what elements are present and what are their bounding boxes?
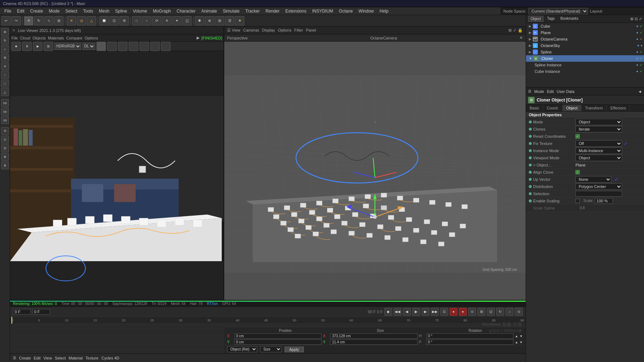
rv-lock-icon[interactable]: 🔒 bbox=[518, 28, 523, 33]
lv-menu-objects[interactable]: Objects bbox=[32, 36, 46, 40]
bm-edit[interactable]: Edit bbox=[34, 356, 41, 360]
tree-item-spline-instance[interactable]: Spline Instance ● ✓ bbox=[526, 62, 644, 68]
rv-menu-options[interactable]: Options bbox=[278, 28, 291, 33]
rv-fullscreen-icon[interactable]: ⤢ bbox=[513, 28, 516, 33]
lv-view[interactable]: ▶ bbox=[197, 36, 199, 40]
prop-upvec-value[interactable]: None ✓ bbox=[575, 176, 641, 183]
tree-item-sky[interactable]: ▶ S OctaneSky ● ● bbox=[526, 42, 644, 49]
lv-pause[interactable]: ⏸ bbox=[22, 42, 32, 51]
tree-expand-cloner[interactable]: ▼ bbox=[529, 57, 532, 60]
lv-canvas[interactable] bbox=[10, 51, 224, 306]
tree-expand-cube[interactable]: ▶ bbox=[529, 24, 531, 28]
rp-bookmarks-tab[interactable]: Bookmarks bbox=[558, 16, 580, 22]
frame-current-input[interactable] bbox=[32, 309, 50, 315]
menu-extensions[interactable]: Extensions bbox=[282, 8, 309, 14]
props-tab-coord[interactable]: Coord. bbox=[543, 105, 563, 111]
key-all-btn[interactable]: ⊙ bbox=[468, 308, 476, 316]
scale-input[interactable] bbox=[595, 198, 613, 204]
tree-plane-check[interactable]: ✓ bbox=[640, 31, 643, 34]
apply-button[interactable]: Apply bbox=[285, 347, 304, 352]
loop-btn[interactable]: ◫ bbox=[182, 16, 192, 25]
object-mode-button[interactable]: ✕ bbox=[67, 16, 76, 25]
menu-file[interactable]: File bbox=[1, 8, 14, 14]
menu-animate[interactable]: Animate bbox=[198, 8, 220, 14]
tree-item-plane[interactable]: ▶ P Plane ● ✓ bbox=[526, 29, 644, 36]
lv-shade7[interactable] bbox=[161, 42, 170, 51]
redo-button[interactable]: ↪ bbox=[11, 16, 21, 25]
prop-sel-input[interactable] bbox=[575, 191, 622, 197]
prop-fix-value[interactable]: Off ✓ bbox=[575, 140, 641, 147]
lv-menu-materials[interactable]: Materials bbox=[48, 36, 64, 40]
tree-cube-inst-vis[interactable]: ● bbox=[636, 70, 638, 73]
prop-viewport-select[interactable]: Object bbox=[575, 155, 622, 161]
y-arrow-up[interactable]: ▲ bbox=[515, 340, 518, 344]
grid-btn[interactable]: ⊞ bbox=[215, 16, 224, 25]
prop-mode-select[interactable]: Object bbox=[575, 119, 622, 125]
edge-mode-button[interactable]: △ bbox=[87, 16, 96, 25]
props-back-arrow[interactable]: ◄ bbox=[638, 89, 642, 94]
frame-start-input[interactable] bbox=[13, 309, 31, 315]
prop-reset-value[interactable]: ✓ bbox=[575, 134, 641, 138]
bm-texture[interactable]: Texture bbox=[85, 356, 98, 360]
key-settings-btn[interactable]: ⊡ bbox=[487, 308, 495, 316]
tool-btn-11[interactable]: S$ bbox=[1, 116, 9, 124]
guide-btn[interactable]: ☰ bbox=[225, 16, 234, 25]
key-sel-btn[interactable]: ⊞ bbox=[478, 308, 485, 316]
rp-object-tab[interactable]: Object bbox=[528, 16, 544, 22]
bm-material[interactable]: Material bbox=[69, 356, 83, 360]
menu-insydium[interactable]: INSYDIUM bbox=[309, 8, 336, 14]
tree-spline-vis[interactable]: ● bbox=[636, 50, 638, 54]
tool-btn-7[interactable]: □ bbox=[1, 80, 9, 88]
tool-btn-2[interactable]: ↻ bbox=[1, 37, 9, 44]
menu-character[interactable]: Character bbox=[174, 8, 198, 14]
motion-btn[interactable]: ⊙ bbox=[515, 308, 523, 316]
y-pos-input[interactable] bbox=[234, 339, 321, 345]
size-select[interactable]: Size bbox=[260, 346, 282, 352]
prop-mode-value[interactable]: Object bbox=[575, 119, 641, 125]
rotate-tool-button[interactable]: ↻ bbox=[34, 16, 43, 25]
rv-menu-cameras[interactable]: Cameras bbox=[243, 28, 259, 33]
tree-cube-inst-check[interactable]: ✓ bbox=[640, 70, 643, 73]
x-arrow-up[interactable]: ▲ bbox=[515, 334, 518, 338]
keyframe-btn[interactable]: ◆ bbox=[384, 308, 392, 316]
undo-button[interactable]: ↩ bbox=[1, 16, 11, 25]
menu-mesh[interactable]: Mesh bbox=[96, 8, 112, 14]
tree-spline-inst-vis[interactable]: ● bbox=[636, 63, 638, 67]
sound-btn[interactable]: ♪ bbox=[506, 308, 513, 316]
tree-cloner-vis[interactable]: ● bbox=[636, 57, 638, 60]
tree-cube-vis[interactable]: ● bbox=[636, 24, 638, 28]
lv-shade3[interactable] bbox=[118, 42, 127, 51]
tree-item-cloner[interactable]: ▼ ⊞ Cloner ● ✓ bbox=[526, 55, 644, 62]
prev-frame-btn[interactable]: ◀ bbox=[403, 308, 411, 316]
scale-tool-button[interactable]: ⤡ bbox=[44, 16, 53, 25]
loop-btn2[interactable]: ↻ bbox=[496, 308, 504, 316]
settings-btn[interactable]: ⚙ bbox=[119, 16, 129, 25]
menu-tracker[interactable]: Tracker bbox=[243, 8, 263, 14]
prop-sel-value[interactable] bbox=[575, 191, 641, 197]
cube-btn[interactable]: □ bbox=[132, 16, 141, 25]
prop-object-value[interactable]: Plane bbox=[575, 163, 641, 167]
lv-stop[interactable]: ■ bbox=[11, 42, 21, 51]
props-tab-effectors[interactable]: Effectors bbox=[607, 105, 630, 111]
rp-icon2[interactable]: ⊡ bbox=[635, 17, 638, 21]
playhead[interactable] bbox=[11, 317, 12, 324]
prop-clones-select[interactable]: Iterate bbox=[575, 126, 622, 132]
lv-menu-cloud[interactable]: Cloud bbox=[20, 36, 30, 40]
menu-edit[interactable]: Edit bbox=[14, 8, 27, 14]
tool-btn-5[interactable]: ✕ bbox=[1, 62, 9, 70]
subdivide-btn[interactable]: ✕ bbox=[162, 16, 171, 25]
lv-shade2[interactable] bbox=[107, 42, 117, 51]
next-frame-btn[interactable]: ▶ bbox=[422, 308, 429, 316]
y-size-input[interactable] bbox=[330, 339, 417, 345]
menu-tools[interactable]: Tools bbox=[80, 8, 96, 14]
move-tool-button[interactable]: ✛ bbox=[24, 16, 33, 25]
prop-instance-select[interactable]: Multi-Instance bbox=[575, 147, 622, 154]
menu-window[interactable]: Window bbox=[356, 8, 377, 14]
rv-menu-view[interactable]: ☰ View bbox=[227, 28, 240, 33]
tree-item-cube[interactable]: ▶ C Cube ● ✓ bbox=[526, 23, 644, 29]
menu-spline[interactable]: Spline bbox=[112, 8, 130, 14]
tree-expand-plane[interactable]: ▶ bbox=[529, 31, 531, 34]
light-btn[interactable]: ☀ bbox=[235, 16, 244, 25]
bm-select[interactable]: Select bbox=[55, 356, 66, 360]
tool-btn-8[interactable]: △ bbox=[1, 88, 9, 96]
